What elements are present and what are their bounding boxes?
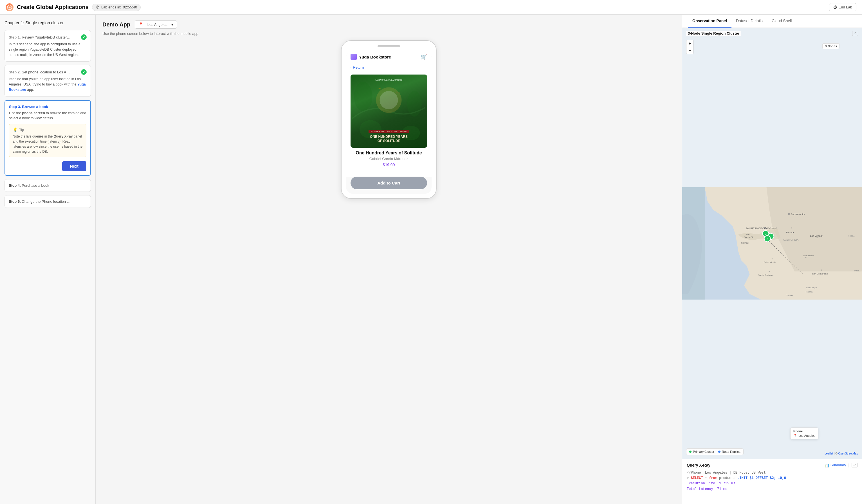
cart-icon[interactable]: 🛒 bbox=[421, 54, 427, 60]
app-logo bbox=[5, 3, 13, 11]
phone-tooltip-location: 📍 Los Angeles bbox=[793, 434, 815, 437]
step-card-3: Step 3. Browse a book Use the phone scre… bbox=[4, 100, 91, 176]
svg-text:San Diego•: San Diego• bbox=[806, 286, 817, 289]
dropdown-chevron-icon: ▾ bbox=[171, 23, 173, 27]
svg-point-23 bbox=[805, 257, 806, 258]
nodes-badge: 3 Nodes bbox=[822, 43, 839, 49]
timer-icon: ⏱ bbox=[96, 5, 100, 10]
tab-observation[interactable]: Observation Panel bbox=[688, 15, 731, 28]
lab-timer: ⏱ Lab ends in: 02:55:40 bbox=[92, 4, 141, 11]
svg-text:SAN FRANCISCO•Oakland: SAN FRANCISCO•Oakland bbox=[746, 227, 776, 230]
svg-text:Yuma•: Yuma• bbox=[786, 294, 793, 297]
right-panel: Observation Panel Dataset Details Cloud … bbox=[682, 15, 862, 504]
tab-cloud-shell[interactable]: Cloud Shell bbox=[767, 15, 796, 28]
svg-text:✓: ✓ bbox=[765, 233, 767, 235]
phone-tooltip-title: Phone bbox=[793, 429, 815, 433]
panel-tabs: Observation Panel Dataset Details Cloud … bbox=[682, 15, 862, 28]
svg-point-6 bbox=[380, 91, 398, 109]
book-title-section: One Hundred Years of Solitude Gabriel Ga… bbox=[351, 148, 427, 171]
query-comment-line: //Phone: Los Angeles | DB Node: US West bbox=[687, 470, 858, 476]
book-price: $19.99 bbox=[354, 162, 423, 167]
app-name: Yuga Bookstore bbox=[359, 55, 391, 59]
openstreetmap-link[interactable]: OpenStreetMap bbox=[838, 452, 858, 455]
leaflet-link[interactable]: Leaflet bbox=[825, 452, 833, 455]
step3-description: Use the phone screen to browse the catal… bbox=[9, 110, 86, 121]
map-svg: Sacramento• SAN FRANCISCO•Oakland San Sa… bbox=[682, 28, 862, 459]
prize-banner: WINNER OF THE NOBEL PRIZE bbox=[368, 130, 409, 133]
svg-text:Phoe...: Phoe... bbox=[848, 235, 855, 237]
book-author: Gabriel García Márquez bbox=[354, 157, 423, 161]
map-zoom-out-button[interactable]: − bbox=[686, 47, 693, 54]
svg-text:Phoe...: Phoe... bbox=[854, 269, 861, 272]
tip-box: 💡 Tip Note the live queries in the Query… bbox=[9, 124, 86, 157]
query-summary-link[interactable]: 📊 Summary bbox=[825, 463, 846, 467]
svg-text:Santa Cl...: Santa Cl... bbox=[744, 236, 755, 239]
tip-header: 💡 Tip bbox=[13, 127, 83, 133]
book-title: One Hundred Years of Solitude bbox=[354, 150, 423, 156]
add-to-cart-button[interactable]: Add to Cart bbox=[351, 177, 427, 189]
phone-notch bbox=[378, 45, 400, 47]
page-title: Create Global Applications bbox=[17, 4, 89, 10]
clearfix: Next bbox=[9, 157, 86, 171]
step1-header: Step 1. Review YugabyteDB cluster… ✓ bbox=[9, 34, 87, 40]
return-label: Return bbox=[353, 65, 364, 69]
svg-point-1 bbox=[354, 82, 373, 111]
app-logo-area: Yuga Bookstore bbox=[351, 54, 391, 60]
tab-dataset[interactable]: Dataset Details bbox=[731, 15, 767, 28]
map-zoom-controls: + − bbox=[686, 40, 693, 54]
location-dropdown[interactable]: 📍 Los Angeles ▾ bbox=[135, 20, 177, 29]
svg-text:CALIFORNIA: CALIFORNIA bbox=[783, 239, 798, 241]
primary-cluster-dot bbox=[689, 451, 692, 453]
svg-text:Las Vegas•: Las Vegas• bbox=[810, 235, 823, 237]
book-detail: Gabriel García Márquez bbox=[346, 72, 432, 177]
step2-label: Step 2. Set phone location to Los A… bbox=[9, 70, 70, 74]
demo-app-title: Demo App bbox=[102, 22, 130, 28]
next-button[interactable]: Next bbox=[62, 161, 86, 171]
svg-text:Tijuana•: Tijuana• bbox=[805, 291, 813, 293]
book-author-overlay: Gabriel García Márquez bbox=[353, 78, 424, 81]
step3-header: Step 3. Browse a book bbox=[9, 105, 86, 109]
svg-text:Sacramento•: Sacramento• bbox=[791, 213, 805, 216]
map-expand-button[interactable]: ⤢ bbox=[852, 31, 858, 36]
svg-text:Salinas•: Salinas• bbox=[741, 242, 749, 244]
svg-text:Bakersfield•: Bakersfield• bbox=[764, 261, 776, 264]
demo-app-section: Demo App 📍 Los Angeles ▾ Use the phone s… bbox=[96, 15, 682, 504]
query-xray-expand-button[interactable]: ⤢ bbox=[852, 463, 858, 467]
svg-text:✓: ✓ bbox=[766, 238, 769, 240]
chevron-left-icon: ‹ bbox=[351, 65, 352, 69]
chapter-title: Chapter 1: Single region cluster bbox=[4, 20, 91, 25]
book-cover-title: ONE HUNDRED YEARSOF SOLITUDE bbox=[353, 135, 424, 143]
bookstore-logo-icon bbox=[351, 54, 357, 60]
phone-frame: Yuga Bookstore 🛒 ‹ Return Gabriel García… bbox=[341, 40, 436, 199]
svg-text:•San Bernardino: •San Bernardino bbox=[811, 273, 828, 275]
svg-point-8 bbox=[788, 213, 790, 215]
step3-label: Step 3. Browse a book bbox=[9, 105, 48, 109]
step-card-5: Step 5. Change the Phone location … bbox=[4, 195, 91, 208]
query-statement-line: > SELECT * from products LIMIT $1 OFFSET… bbox=[687, 476, 858, 481]
end-lab-button[interactable]: ⏻ End Lab bbox=[829, 3, 857, 11]
location-label: Los Angeles bbox=[147, 23, 167, 27]
power-icon: ⏻ bbox=[833, 5, 837, 9]
step-card-4: Step 4. Purchase a book bbox=[4, 179, 91, 192]
query-xray-panel: Query X-Ray 📊 Summary | ⤢ //Phone: Los A… bbox=[682, 459, 862, 504]
app-header: Create Global Applications ⏱ Lab ends in… bbox=[0, 0, 862, 15]
return-link[interactable]: ‹ Return bbox=[346, 63, 432, 72]
app-navbar: Yuga Bookstore 🛒 bbox=[346, 51, 432, 63]
timer-value: 02:55:40 bbox=[123, 5, 137, 9]
svg-text:Lancaster•: Lancaster• bbox=[803, 254, 814, 257]
map-zoom-in-button[interactable]: + bbox=[686, 40, 693, 47]
step-card-1: Step 1. Review YugabyteDB cluster… ✓ In … bbox=[4, 30, 91, 62]
step2-check: ✓ bbox=[81, 69, 87, 75]
map-attribution: Leaflet | © OpenStreetMap bbox=[825, 452, 858, 455]
phone-inner: Yuga Bookstore 🛒 ‹ Return Gabriel García… bbox=[346, 51, 432, 194]
execution-time-line: Execution Time: 1.729 ms bbox=[687, 481, 858, 486]
tooltip-pin-icon: 📍 bbox=[793, 434, 797, 437]
step2-description: Imagine that you're an app user located … bbox=[9, 77, 87, 92]
svg-point-25 bbox=[769, 271, 770, 272]
chart-icon: 📊 bbox=[825, 463, 830, 467]
map-legend: Primary Cluster Read Replica bbox=[686, 448, 744, 455]
legend-primary: Primary Cluster bbox=[689, 450, 714, 453]
total-latency-line: Total Latency: 71 ms bbox=[687, 487, 858, 492]
svg-point-21 bbox=[772, 258, 773, 259]
main-layout: Chapter 1: Single region cluster Step 1.… bbox=[0, 15, 862, 504]
